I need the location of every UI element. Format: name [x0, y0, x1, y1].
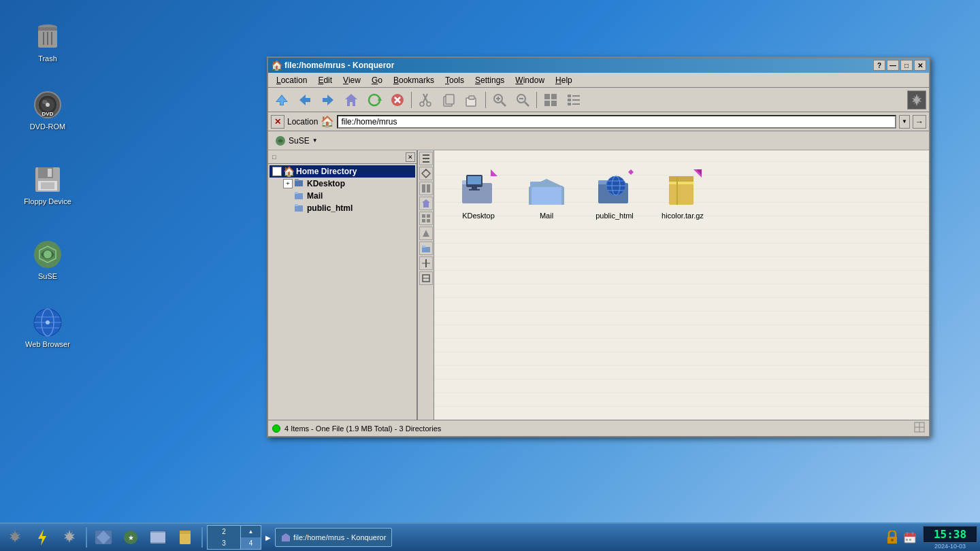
svg-rect-65: [295, 192, 298, 194]
floppy-label: Floppy Device: [24, 197, 71, 205]
menu-bar: Location Edit View Go Bookmarks Tools Se…: [268, 73, 929, 88]
workspace-selector: 2 3: [207, 525, 241, 550]
toolbar-back-button[interactable]: [294, 90, 316, 110]
taskbar-launch3[interactable]: [146, 525, 170, 550]
tree-item-home[interactable]: − 🏠 Home Directory: [270, 165, 415, 178]
desktop-icon-suse[interactable]: SuSE: [20, 238, 75, 280]
tree-node-root: − 🏠 Home Directory + KDesktop: [268, 164, 416, 216]
file-item-hicolor[interactable]: hicolor.tar.gz: [652, 164, 713, 222]
location-bar: ✕ Location 🏠 ▼ →: [268, 112, 929, 131]
menu-location[interactable]: Location: [271, 74, 312, 86]
tree-item-public-html[interactable]: public_html: [280, 202, 415, 214]
bookmark-suse[interactable]: SuSE ▼: [271, 134, 322, 148]
menu-settings[interactable]: Settings: [470, 74, 510, 86]
side-btn-7[interactable]: [419, 271, 433, 285]
toolbar-copy-button[interactable]: [438, 90, 459, 110]
file-item-mail[interactable]: Mail: [516, 164, 577, 222]
menu-tools[interactable]: Tools: [440, 74, 470, 86]
taskbar-launch1[interactable]: [91, 525, 116, 550]
toolbar-forward-button[interactable]: [317, 90, 339, 110]
tree-item-kdesktop[interactable]: + KDesktop: [280, 178, 415, 190]
status-bar: 4 Items - One File (1.9 MB Total) - 3 Di…: [268, 420, 929, 436]
menu-window[interactable]: Window: [510, 74, 550, 86]
svg-rect-17: [41, 182, 54, 189]
side-btn-home[interactable]: [419, 197, 433, 210]
tree-close-button[interactable]: ✕: [406, 152, 415, 162]
toolbar-stop-button[interactable]: [387, 90, 408, 110]
toolbar-up-button[interactable]: [271, 90, 293, 110]
svg-point-25: [46, 320, 50, 324]
toolbar-zoomout-button[interactable]: [512, 90, 534, 110]
close-button[interactable]: ✕: [914, 60, 926, 71]
workspace-4[interactable]: 4: [241, 537, 261, 549]
taskbar-launch4[interactable]: [173, 525, 197, 550]
file-item-kdesktop[interactable]: KDesktop: [448, 164, 509, 222]
menu-view[interactable]: View: [338, 74, 366, 86]
toolbar-paste-button[interactable]: [461, 90, 483, 110]
tree-header: □ ✕: [268, 150, 416, 164]
status-led: [272, 424, 280, 433]
side-btn-folder[interactable]: [419, 241, 433, 255]
location-home-icon: 🏠: [321, 115, 334, 128]
taskbar-lightning-icon[interactable]: [30, 525, 54, 550]
side-btn-3[interactable]: [419, 182, 433, 195]
location-dropdown-button[interactable]: ▼: [899, 115, 910, 129]
file-item-public-html[interactable]: public_html: [584, 164, 645, 222]
menu-bookmarks[interactable]: Bookmarks: [388, 74, 440, 86]
svg-rect-58: [568, 103, 571, 105]
workspace-2[interactable]: 2: [208, 526, 240, 537]
svg-rect-80: [422, 247, 430, 252]
desktop-icon-dvdrom[interactable]: DVD DVD-ROM: [20, 88, 75, 131]
workspace-arrow-up[interactable]: ▲: [241, 526, 261, 537]
menu-go[interactable]: Go: [366, 74, 388, 86]
desktop-icon-trash[interactable]: Trash: [20, 20, 75, 63]
minimize-button[interactable]: —: [887, 60, 899, 71]
side-btn-2[interactable]: [419, 167, 433, 180]
menu-edit[interactable]: Edit: [312, 74, 338, 86]
svg-rect-66: [295, 205, 303, 212]
toolbar-reload-button[interactable]: [363, 90, 385, 110]
systray-lock-icon[interactable]: [885, 530, 900, 545]
svg-rect-2: [38, 27, 57, 31]
toolbar-home-button[interactable]: [340, 90, 362, 110]
status-text: 4 Items - One File (1.9 MB Total) - 3 Di…: [284, 424, 910, 433]
tree-expand-kdesktop[interactable]: +: [283, 179, 293, 188]
menu-help[interactable]: Help: [550, 74, 578, 86]
desktop-icon-floppy[interactable]: Floppy Device: [20, 163, 75, 205]
side-btn-4[interactable]: [419, 212, 433, 225]
svg-point-37: [420, 102, 424, 106]
taskbar-tools-icon[interactable]: [57, 525, 82, 550]
toolbar-zoomin-button[interactable]: [489, 90, 510, 110]
workspace-3[interactable]: 3: [208, 537, 240, 549]
location-clear-button[interactable]: ✕: [271, 115, 284, 129]
location-input[interactable]: [337, 115, 896, 129]
svg-rect-121: [150, 533, 165, 542]
svg-marker-103: [628, 169, 634, 175]
toolbar-settings-icon[interactable]: [907, 90, 926, 110]
side-btn-5[interactable]: [419, 227, 433, 240]
svg-point-19: [44, 250, 52, 258]
location-go-button[interactable]: →: [913, 115, 926, 129]
taskbar-settings-icon[interactable]: [3, 525, 27, 550]
svg-marker-92: [491, 169, 497, 176]
svg-rect-128: [904, 533, 915, 537]
svg-rect-105: [669, 176, 693, 182]
help-button[interactable]: ?: [873, 60, 885, 71]
taskbar-launch2[interactable]: ★: [118, 525, 143, 550]
toolbar-cut-button[interactable]: [414, 90, 436, 110]
maximize-button[interactable]: □: [900, 60, 913, 71]
tree-item-mail[interactable]: Mail: [280, 190, 415, 202]
systray-calendar-icon[interactable]: [902, 530, 917, 545]
clock-widget[interactable]: 15:38 2024-10-03: [923, 526, 977, 550]
toolbar-iconview-button[interactable]: [540, 90, 561, 110]
side-btn-1[interactable]: [419, 152, 433, 165]
bookmark-arrow-icon: ▼: [312, 137, 318, 144]
workspace-next-arrow[interactable]: ▶: [264, 525, 272, 550]
svg-point-126: [891, 539, 894, 541]
desktop-icon-webbrowser[interactable]: Web Browser: [20, 306, 75, 348]
tree-expand-home[interactable]: −: [272, 167, 282, 176]
hicolor-file-label: hicolor.tar.gz: [662, 212, 704, 220]
side-btn-6[interactable]: [419, 256, 433, 270]
toolbar-detailview-button[interactable]: [563, 90, 585, 110]
taskbar-active-window[interactable]: file:/home/mrus - Konqueror: [275, 528, 392, 547]
